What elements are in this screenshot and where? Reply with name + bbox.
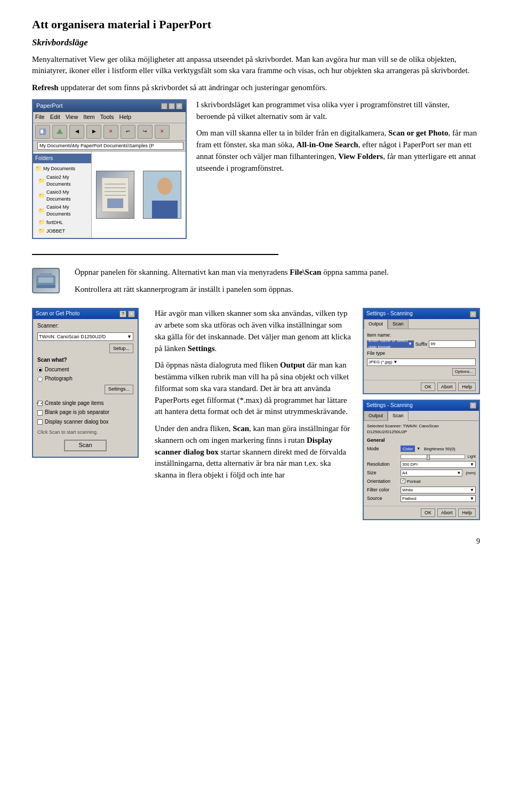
- sw2-filter-dropdown[interactable]: White ▼: [401, 487, 476, 493]
- checkbox-create-single[interactable]: ✓ Create single page items: [37, 400, 133, 408]
- sw1-title: Settings - Scanning: [366, 310, 413, 318]
- scan-dialog-col: Scan or Get Photo ? × Scanner: TWAIN: Ca…: [32, 308, 144, 520]
- sw2-abort-btn[interactable]: Abort: [437, 508, 457, 517]
- sw2-source-dropdown[interactable]: Flatbed ▼: [401, 495, 476, 502]
- pp-menu-file[interactable]: File: [35, 113, 45, 122]
- sw2-size-dropdown[interactable]: A4 ▼: [401, 469, 462, 476]
- svg-rect-14: [38, 277, 53, 283]
- radio-document-row[interactable]: Document: [37, 366, 133, 374]
- sw2-filter-row: Filter color White ▼: [367, 487, 476, 493]
- right-text-1: Här avgör man vilken skanner som ska anv…: [155, 308, 352, 354]
- checkbox-blank-page-box[interactable]: [37, 410, 43, 416]
- sw1-options-btn[interactable]: Options...: [452, 368, 476, 376]
- sw1-help-btn[interactable]: Help: [458, 383, 476, 391]
- sw2-help-btn[interactable]: Help: [458, 508, 476, 517]
- toolbar-btn-4[interactable]: ▶: [86, 125, 101, 139]
- folder-casio4[interactable]: 📁 Casio4 My Documents: [33, 203, 91, 218]
- folder-icon-2: 📁: [38, 177, 45, 185]
- pp-minimize-btn[interactable]: _: [161, 103, 167, 109]
- pp-menu-item[interactable]: Item: [83, 113, 94, 122]
- sw2-resolution-dropdown[interactable]: 300 DPI ▼: [401, 461, 476, 468]
- sw1-item-name-input[interactable]: Enter name or select date format: ▼: [367, 340, 414, 348]
- sw1-ok-btn[interactable]: OK: [421, 383, 435, 391]
- sgp-titlebar: Scan or Get Photo ? ×: [33, 309, 138, 319]
- scan-button[interactable]: Scan: [64, 440, 107, 451]
- sw2-orientation-portrait[interactable]: ✓: [401, 479, 405, 483]
- sw1-dropdown-arrow: ▼: [408, 341, 412, 347]
- pp-menu-help[interactable]: Help: [119, 113, 131, 122]
- sw1-filetype-dropdown[interactable]: JPEG (*.jpg) ▼: [367, 359, 476, 366]
- toolbar-btn-5[interactable]: ✕: [103, 125, 118, 139]
- sw1-suffix-input[interactable]: 99: [429, 340, 476, 348]
- pp-menu-edit[interactable]: Edit: [50, 113, 60, 122]
- svg-rect-15: [36, 285, 55, 288]
- checkbox-create-single-box[interactable]: ✓: [37, 401, 43, 406]
- pp-main-panel: [92, 152, 186, 238]
- sw2-brightness-slider[interactable]: [427, 455, 430, 460]
- section-subtitle: Skrivbordsläge: [32, 36, 480, 50]
- setup-button[interactable]: Setup...: [109, 344, 133, 353]
- sw2-size-row: Size A4 ▼ (mm): [367, 469, 476, 476]
- sw2-filter-label: Filter color: [367, 487, 399, 493]
- radio-photograph[interactable]: [37, 377, 43, 382]
- sw1-abort-btn[interactable]: Abort: [437, 383, 457, 391]
- pp-menu-tools[interactable]: Tools: [100, 113, 114, 122]
- sw1-filetype-label: File type: [367, 350, 396, 357]
- folder-icon-1: 📁: [35, 165, 42, 173]
- folder-fortdhl[interactable]: 📁 fortDHL: [33, 218, 91, 227]
- page-number: 9: [32, 536, 480, 547]
- sgp-close[interactable]: ×: [128, 311, 135, 317]
- sw2-title: Settings - Scanning: [366, 402, 413, 410]
- sw2-tab-scan[interactable]: Scan: [388, 411, 409, 421]
- page-title: Att organisera material i PaperPort: [32, 16, 480, 33]
- sw2-mode-row: Mode Color ▼ Brightness 50(0): [367, 445, 476, 452]
- folder-icon-3: 📁: [38, 192, 45, 200]
- sgp-title: Scan or Get Photo: [36, 310, 79, 318]
- sw1-tabs: Output Scan: [364, 319, 479, 329]
- toolbar-btn-6[interactable]: ↩: [121, 125, 135, 139]
- sw2-portrait-label: Portrait: [407, 479, 421, 485]
- sw2-mode-value[interactable]: Color: [401, 445, 415, 452]
- settings-col: Settings - Scanning × Output Scan Item n…: [363, 308, 480, 520]
- toolbar-btn-7[interactable]: ↪: [138, 125, 153, 139]
- sw2-close-btn[interactable]: ×: [470, 402, 476, 409]
- settings-button[interactable]: Settings...: [105, 385, 133, 394]
- sw2-source-row: Source Flatbed ▼: [367, 495, 476, 502]
- pp-menu-view[interactable]: View: [66, 113, 78, 122]
- radio-document-label: Document: [45, 366, 69, 374]
- scan-footer-text: Click Scan to start scanning.: [37, 429, 133, 436]
- sw2-ok-btn[interactable]: OK: [421, 508, 435, 517]
- radio-document[interactable]: [37, 367, 43, 372]
- folder-casio3[interactable]: 📁 Casio3 My Documents: [33, 188, 91, 203]
- sw1-tab-scan[interactable]: Scan: [388, 319, 409, 329]
- checkbox-display-scanner[interactable]: Display scanner dialog box: [37, 418, 133, 426]
- folder-icon-4: 📁: [38, 207, 45, 215]
- sw2-brightness-bar[interactable]: [401, 455, 465, 459]
- scanner-field-row: Scanner:: [37, 322, 133, 330]
- sw1-close-btn[interactable]: ×: [470, 311, 476, 317]
- toolbar-btn-8[interactable]: ✕: [155, 125, 170, 139]
- pp-screenshot-window: PaperPort _ □ × File Edit View Item Tool…: [32, 99, 187, 239]
- sw2-size-arrow: ▼: [457, 470, 461, 476]
- sgp-question[interactable]: ?: [119, 311, 126, 317]
- scanner-input[interactable]: TWAIN: CanoScan D1250U2/D ▼: [37, 332, 133, 341]
- pp-window: PaperPort _ □ × File Edit View Item Tool…: [32, 99, 187, 239]
- pp-close-btn[interactable]: ×: [176, 103, 182, 109]
- settings-window-1: Settings - Scanning × Output Scan Item n…: [363, 308, 480, 394]
- folder-casio2[interactable]: 📁 Casio2 My Documents: [33, 173, 91, 188]
- toolbar-btn-3[interactable]: ◀: [69, 125, 84, 139]
- pp-maximize-btn[interactable]: □: [169, 103, 175, 109]
- folder-jobbet[interactable]: 📁 JOBBET: [33, 227, 91, 236]
- folder-my-documents[interactable]: 📁 My Documents: [33, 164, 91, 173]
- toolbar-btn-2[interactable]: [52, 125, 67, 139]
- sw2-tab-output[interactable]: Output: [364, 411, 388, 420]
- pp-thumbnail-photo: [143, 171, 181, 219]
- screenshot-row: PaperPort _ □ × File Edit View Item Tool…: [32, 99, 480, 239]
- checkbox-blank-page[interactable]: Blank page is job separator: [37, 409, 133, 417]
- section-divider: [32, 254, 278, 255]
- scanner-para1: Öppnar panelen för skanning. Alternativt…: [75, 267, 480, 278]
- sw1-tab-output[interactable]: Output: [364, 319, 388, 329]
- checkbox-display-scanner-box[interactable]: [37, 419, 43, 425]
- toolbar-btn-1[interactable]: [35, 125, 50, 139]
- radio-photograph-row[interactable]: Photograph: [37, 375, 133, 383]
